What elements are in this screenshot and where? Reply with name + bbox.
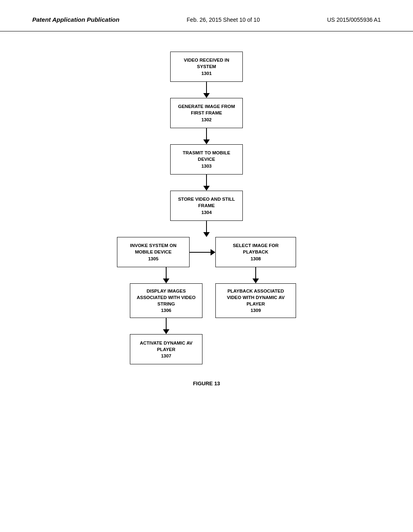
box-1304-text: STORE VIDEO AND STILL FRAME 1304 (178, 196, 235, 215)
arrow-head-1 (203, 93, 210, 98)
box-1307-text: ACTIVATE DYNAMIC AV PLAYER 1307 (140, 340, 193, 359)
box-1303: TRASMIT TO MOBILE DEVICE 1303 (170, 144, 243, 175)
box-1307: ACTIVATE DYNAMIC AV PLAYER 1307 (130, 334, 202, 364)
figure-label: FIGURE 13 (193, 380, 220, 387)
box-1308: SELECT IMAGE FOR PLAYBACK 1308 (215, 237, 296, 267)
arrow-head-3 (203, 186, 210, 191)
branch-section: INVOKE SYSTEM ON MOBILE DEVICE 1305 DISP… (0, 237, 413, 364)
horizontal-connector (190, 249, 215, 256)
date-sheet-label: Feb. 26, 2015 Sheet 10 of 10 (187, 17, 260, 23)
box-1301: VIDEO RECEIVED IN SYSTEM 1301 (170, 52, 243, 82)
arrow-line-7 (255, 267, 256, 278)
publication-label: Patent Application Publication (32, 16, 119, 23)
patent-number-label: US 2015/0055936 A1 (327, 17, 381, 23)
arrow-line-6 (166, 318, 167, 329)
box-1308-wrapper: SELECT IMAGE FOR PLAYBACK 1308 (215, 237, 296, 267)
arrow-head-right (211, 249, 215, 256)
box-1309-text: PLAYBACK ASSOCIATED VIDEO WITH DYNAMIC A… (227, 288, 284, 314)
box-1306-text: DISPLAY IMAGES ASSOCIATED WITH VIDEO STR… (137, 288, 196, 314)
box-1308-text: SELECT IMAGE FOR PLAYBACK 1308 (233, 242, 279, 262)
arrow-line-4 (206, 221, 207, 232)
page-header: Patent Application Publication Feb. 26, … (0, 0, 413, 31)
arrow-line-3 (206, 175, 207, 186)
box-1306: DISPLAY IMAGES ASSOCIATED WITH VIDEO STR… (130, 283, 202, 318)
box-1305: INVOKE SYSTEM ON MOBILE DEVICE 1305 (117, 237, 190, 267)
box-1301-text: VIDEO RECEIVED IN SYSTEM 1301 (184, 57, 229, 76)
h-line-right (190, 252, 211, 253)
box-1302-text: GENERATE IMAGE FROM FIRST FRAME 1302 (178, 103, 235, 123)
right-flow-column: SELECT IMAGE FOR PLAYBACK 1308 PLAYBACK … (215, 237, 296, 318)
box-1302: GENERATE IMAGE FROM FIRST FRAME 1302 (170, 98, 243, 128)
arrow-head-2 (203, 139, 210, 144)
arrow-head-6 (163, 329, 169, 334)
box-1303-text: TRASMIT TO MOBILE DEVICE 1303 (183, 150, 230, 169)
arrow-head-7 (252, 278, 259, 283)
box-1305-text: INVOKE SYSTEM ON MOBILE DEVICE 1305 (130, 242, 176, 262)
left-flow-column: INVOKE SYSTEM ON MOBILE DEVICE 1305 DISP… (117, 237, 215, 364)
arrow-line-5 (166, 267, 167, 278)
box-1304: STORE VIDEO AND STILL FRAME 1304 (170, 191, 243, 221)
arrow-line-1 (206, 82, 207, 93)
flow-diagram: VIDEO RECEIVED IN SYSTEM 1301 GENERATE I… (0, 31, 413, 403)
box-1309: PLAYBACK ASSOCIATED VIDEO WITH DYNAMIC A… (215, 283, 296, 318)
arrow-head-4 (203, 232, 210, 237)
arrow-head-5 (163, 278, 169, 283)
arrow-line-2 (206, 128, 207, 139)
